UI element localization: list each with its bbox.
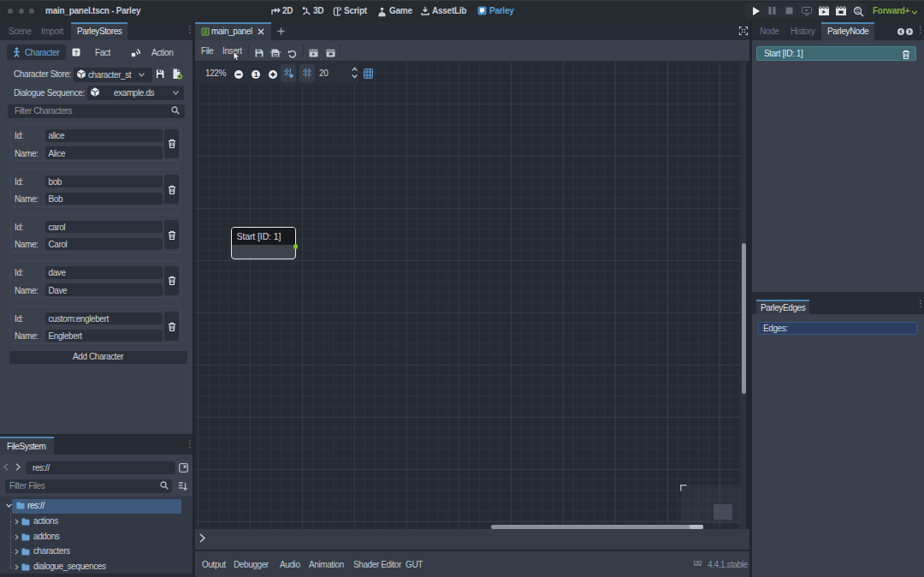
svg-text:1: 1: [253, 70, 258, 79]
svg-text:?: ?: [74, 50, 78, 56]
